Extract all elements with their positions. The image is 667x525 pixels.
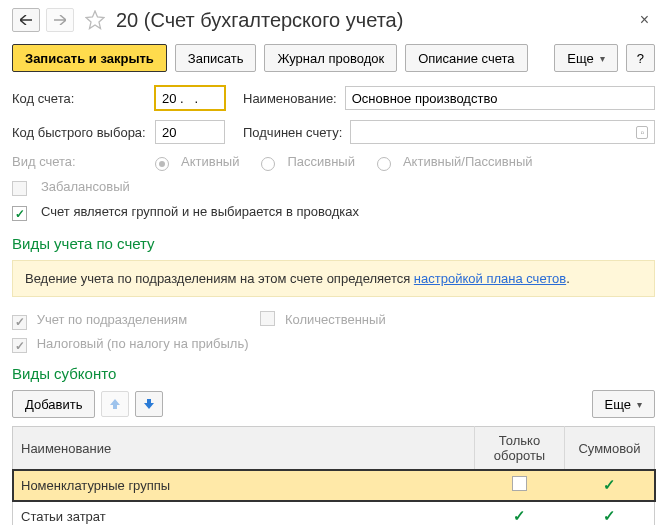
open-icon[interactable]: ▫ bbox=[636, 126, 648, 139]
help-button[interactable]: ? bbox=[626, 44, 655, 72]
window-title: 20 (Счет бухгалтерского учета) bbox=[116, 9, 628, 32]
subconto-table[interactable]: Наименование Только обороты Суммовой Ном… bbox=[12, 426, 655, 525]
radio-both bbox=[377, 157, 391, 171]
offbalance-checkbox bbox=[12, 181, 27, 196]
is-group-label: Счет является группой и не выбирается в … bbox=[41, 204, 359, 219]
col-turn-header[interactable]: Только обороты bbox=[475, 427, 565, 470]
subconto-name-cell[interactable]: Номенклатурные группы bbox=[13, 470, 475, 501]
subconto-title: Виды субконто bbox=[0, 359, 667, 390]
subconto-sum-cell[interactable]: ✓ bbox=[565, 501, 655, 526]
accounting-types-title: Виды учета по счету bbox=[0, 229, 667, 260]
account-type-label: Вид счета: bbox=[12, 154, 147, 169]
code-input[interactable] bbox=[155, 86, 225, 110]
arrow-right-icon bbox=[54, 15, 66, 25]
info-text: Ведение учета по подразделениям на этом … bbox=[25, 271, 414, 286]
quick-code-label: Код быстрого выбора: bbox=[12, 125, 147, 140]
nav-forward-button bbox=[46, 8, 74, 32]
star-icon[interactable] bbox=[84, 9, 106, 31]
radio-active bbox=[155, 157, 169, 171]
close-button[interactable]: × bbox=[634, 11, 655, 29]
turn-checkbox-icon[interactable] bbox=[512, 476, 527, 491]
name-label: Наименование: bbox=[243, 91, 337, 106]
offbalance-label: Забалансовый bbox=[41, 179, 130, 194]
radio-passive bbox=[261, 157, 275, 171]
radio-passive-label: Пассивный bbox=[287, 154, 355, 169]
check-icon: ✓ bbox=[603, 507, 616, 524]
col-sum-header[interactable]: Суммовой bbox=[565, 427, 655, 470]
plan-settings-link[interactable]: настройкой плана счетов bbox=[414, 271, 566, 286]
check-icon: ✓ bbox=[513, 507, 526, 524]
quantity-label: Количественный bbox=[285, 312, 386, 327]
move-down-button[interactable] bbox=[135, 391, 163, 417]
quantity-checkbox bbox=[260, 311, 275, 326]
code-label: Код счета: bbox=[12, 91, 147, 106]
radio-active-label: Активный bbox=[181, 154, 239, 169]
arrow-left-icon bbox=[20, 15, 32, 25]
check-icon: ✓ bbox=[603, 476, 616, 493]
subconto-sum-cell[interactable]: ✓ bbox=[565, 470, 655, 501]
by-department-label: Учет по подразделениям bbox=[37, 312, 257, 327]
table-row[interactable]: Статьи затрат ✓ ✓ bbox=[13, 501, 655, 526]
move-up-button bbox=[101, 391, 129, 417]
add-subconto-button[interactable]: Добавить bbox=[12, 390, 95, 418]
journal-button[interactable]: Журнал проводок bbox=[264, 44, 397, 72]
by-department-checkbox bbox=[12, 315, 27, 330]
table-row[interactable]: Номенклатурные группы ✓ bbox=[13, 470, 655, 501]
subconto-more-button[interactable]: Еще bbox=[592, 390, 655, 418]
subconto-turn-cell[interactable] bbox=[475, 470, 565, 501]
name-input[interactable] bbox=[345, 86, 655, 110]
parent-account-input[interactable]: ▫ bbox=[350, 120, 655, 144]
more-button[interactable]: Еще bbox=[554, 44, 617, 72]
save-button[interactable]: Записать bbox=[175, 44, 257, 72]
tax-label: Налоговый (по налогу на прибыль) bbox=[37, 336, 249, 351]
info-bar: Ведение учета по подразделениям на этом … bbox=[12, 260, 655, 297]
parent-label: Подчинен счету: bbox=[243, 125, 342, 140]
arrow-down-icon bbox=[143, 398, 155, 410]
quick-code-input[interactable] bbox=[155, 120, 225, 144]
col-name-header[interactable]: Наименование bbox=[13, 427, 475, 470]
description-button[interactable]: Описание счета bbox=[405, 44, 527, 72]
nav-back-button[interactable] bbox=[12, 8, 40, 32]
arrow-up-icon bbox=[109, 398, 121, 410]
radio-both-label: Активный/Пассивный bbox=[403, 154, 533, 169]
tax-checkbox bbox=[12, 338, 27, 353]
subconto-turn-cell[interactable]: ✓ bbox=[475, 501, 565, 526]
save-close-button[interactable]: Записать и закрыть bbox=[12, 44, 167, 72]
is-group-checkbox[interactable] bbox=[12, 206, 27, 221]
subconto-name-cell[interactable]: Статьи затрат bbox=[13, 501, 475, 526]
